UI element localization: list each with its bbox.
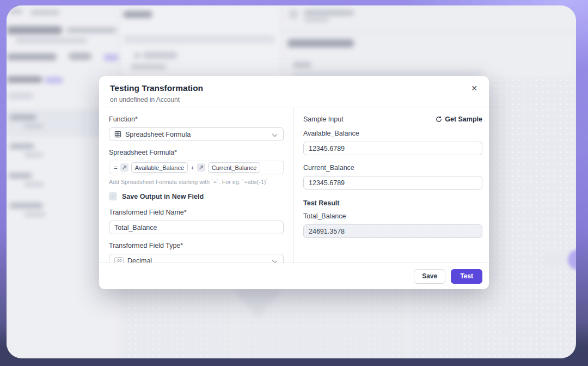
formula-operator: + bbox=[191, 164, 194, 171]
decimal-type-icon: .00 bbox=[114, 257, 124, 263]
field-name-label: Transformed Field Name* bbox=[109, 209, 284, 216]
formula-prefix: = bbox=[114, 164, 118, 171]
testing-transformation-modal: Testing Transformation on undefined in A… bbox=[99, 76, 489, 289]
formula-hint: Add Spreadsheet Formula starting with `=… bbox=[109, 179, 284, 185]
field-name-input[interactable] bbox=[109, 221, 284, 234]
get-sample-button[interactable]: Get Sample bbox=[436, 115, 482, 123]
sample-field-input[interactable] bbox=[303, 142, 482, 155]
save-output-checkbox-label: Save Output in New Field bbox=[122, 193, 204, 200]
chevron-down-icon bbox=[272, 258, 277, 263]
close-icon[interactable]: ✕ bbox=[468, 82, 480, 94]
checkbox-checked-icon[interactable]: ✓ bbox=[109, 192, 117, 200]
formula-token[interactable]: Current_Balance bbox=[208, 162, 261, 173]
refresh-icon bbox=[436, 116, 442, 123]
formula-input[interactable]: = Available_Balance + Current_Balance bbox=[109, 161, 284, 174]
sample-field-input[interactable] bbox=[303, 176, 482, 190]
modal-footer: Save Test bbox=[99, 263, 489, 289]
formula-label: Spreadsheet Formula* bbox=[109, 149, 284, 156]
save-button[interactable]: Save bbox=[414, 269, 445, 284]
modal-title: Testing Transformation bbox=[110, 83, 478, 93]
modal-header: Testing Transformation on undefined in A… bbox=[99, 76, 489, 107]
test-result-label: Test Result bbox=[303, 199, 482, 207]
sample-field-label: Current_Balance bbox=[303, 164, 482, 172]
result-field-label: Total_Balance bbox=[303, 212, 482, 220]
function-select[interactable]: Spreadsheet Formula bbox=[109, 127, 284, 141]
modal-subtitle: on undefined in Account bbox=[110, 96, 478, 103]
field-type-label: Transformed Field Type* bbox=[109, 242, 284, 249]
sample-field-label: Available_Balance bbox=[303, 130, 482, 137]
result-field-output bbox=[303, 224, 482, 238]
formula-token[interactable]: Available_Balance bbox=[131, 162, 188, 173]
save-output-checkbox-row[interactable]: ✓ Save Output in New Field bbox=[109, 192, 284, 200]
spreadsheet-grid-icon bbox=[114, 131, 121, 138]
chevron-down-icon bbox=[272, 132, 277, 137]
test-button[interactable]: Test bbox=[451, 269, 482, 284]
sample-input-column: Sample Input Get Sample Available_Balanc… bbox=[294, 107, 489, 263]
modal-body: Function* Spreadsheet Formula Spreadshee… bbox=[99, 107, 489, 263]
field-token-icon bbox=[197, 163, 205, 172]
field-type-select[interactable]: .00 Decimal bbox=[109, 254, 284, 263]
function-select-value: Spreadsheet Formula bbox=[125, 131, 191, 138]
function-label: Function* bbox=[109, 115, 284, 123]
get-sample-label: Get Sample bbox=[445, 115, 482, 123]
screen: { "colors": { "accent": "#5a48dc", "fram… bbox=[0, 0, 588, 366]
field-type-value: Decimal bbox=[127, 257, 152, 263]
sample-input-label: Sample Input bbox=[303, 115, 344, 123]
transformation-form-column: Function* Spreadsheet Formula Spreadshee… bbox=[99, 107, 294, 263]
field-token-icon bbox=[120, 163, 128, 172]
